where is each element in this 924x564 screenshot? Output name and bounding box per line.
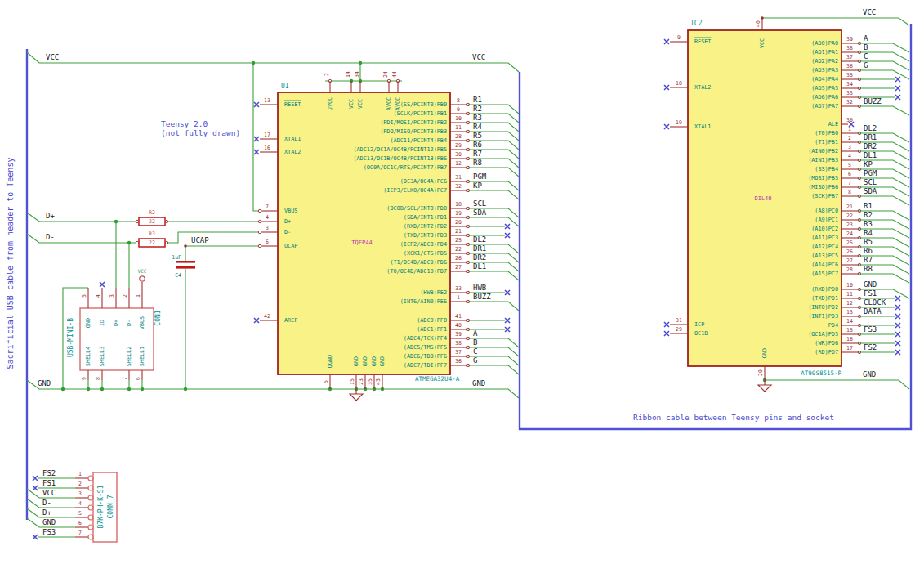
net-label[interactable]: GND <box>863 371 876 378</box>
net-label[interactable]: A <box>864 35 868 43</box>
pin-name: (INT0)PD2 <box>808 305 838 311</box>
net-label[interactable]: C <box>473 348 477 356</box>
net-label[interactable]: R8 <box>864 266 873 273</box>
net-label[interactable]: DL2 <box>864 125 877 132</box>
net-label[interactable]: R4 <box>864 230 873 237</box>
net-label[interactable]: DATA <box>864 308 882 316</box>
junction-dot <box>127 241 131 244</box>
net-label[interactable]: G <box>473 357 477 365</box>
net-label[interactable]: R5 <box>864 239 873 246</box>
wire <box>27 234 139 243</box>
pin-number: 35 <box>368 378 373 385</box>
net-label[interactable]: D- <box>42 499 51 507</box>
net-label[interactable]: CLOCK <box>864 299 886 307</box>
net-label[interactable]: D- <box>46 234 55 241</box>
pin-name: (AD5)PA5 <box>811 86 838 92</box>
note-teensy-line1: Teensy 2.0 <box>161 120 208 128</box>
net-label[interactable]: FS3 <box>42 529 56 536</box>
component-ref[interactable]: IC2 <box>690 20 702 27</box>
net-label[interactable]: D+ <box>42 509 51 517</box>
pin-number: 6 <box>136 377 141 380</box>
pin-number: 12 <box>455 161 462 167</box>
component-value: 22 <box>149 219 155 225</box>
net-label[interactable]: BUZZ <box>864 98 882 105</box>
net-label[interactable]: DL1 <box>864 152 877 159</box>
pin-name: (SDA/INT1)PD1 <box>404 215 447 221</box>
net-label[interactable]: SCL <box>864 179 877 186</box>
net-label[interactable]: FS2 <box>42 470 56 477</box>
net-label[interactable]: FS2 <box>864 344 877 351</box>
net-label[interactable]: HWB <box>473 284 486 292</box>
pin-number: 27 <box>455 265 462 271</box>
net-label[interactable]: R5 <box>473 132 482 140</box>
net-label[interactable]: GND <box>864 281 877 289</box>
net-label[interactable]: GND <box>42 519 56 526</box>
net-label[interactable]: FS3 <box>864 326 877 333</box>
component-ref[interactable]: CONN_7 <box>108 495 114 519</box>
pin-name: (T1)PB1 <box>815 140 838 145</box>
net-label[interactable]: R4 <box>473 123 482 131</box>
component-ref[interactable]: U1 <box>281 83 289 90</box>
net-label[interactable]: FS1 <box>864 290 877 298</box>
pin-number: 43 <box>376 378 382 385</box>
net-label[interactable]: UCAP <box>191 237 209 244</box>
pin-end <box>184 244 187 248</box>
pin-number: 2 <box>848 136 851 141</box>
net-label[interactable]: G <box>864 62 868 69</box>
pin-number: 29 <box>676 327 682 333</box>
net-label[interactable]: KP <box>473 182 482 190</box>
net-label[interactable]: VCC <box>472 54 485 61</box>
net-label[interactable]: DR2 <box>473 254 486 262</box>
net-label[interactable]: D+ <box>46 213 55 220</box>
net-label[interactable]: PGM <box>864 170 877 177</box>
net-label[interactable]: SDA <box>473 209 486 217</box>
capacitor-c4[interactable] <box>176 266 195 269</box>
net-label[interactable]: BUZZ <box>473 293 491 301</box>
wire <box>859 70 909 79</box>
net-label[interactable]: R2 <box>864 212 873 219</box>
net-label[interactable]: A <box>473 330 477 338</box>
net-label[interactable]: SDA <box>864 188 877 195</box>
net-label[interactable]: DL1 <box>473 263 486 271</box>
net-label[interactable]: FS1 <box>42 480 56 487</box>
net-label[interactable]: VCC <box>42 490 56 497</box>
capacitor-c4[interactable] <box>176 261 195 263</box>
net-label[interactable]: KP <box>864 161 873 168</box>
net-label[interactable]: VCC <box>863 9 876 16</box>
component-ref[interactable]: CON1 <box>155 310 162 325</box>
pin-number: 24 <box>846 231 853 237</box>
net-label[interactable]: R1 <box>473 96 482 104</box>
net-label[interactable]: R6 <box>473 141 482 149</box>
no-connect-icon <box>254 318 259 323</box>
net-label[interactable]: R1 <box>864 203 873 210</box>
net-label[interactable]: B <box>864 44 868 51</box>
net-label[interactable]: C <box>864 53 868 60</box>
net-label[interactable]: SCL <box>473 200 486 208</box>
net-label[interactable]: DR2 <box>864 143 877 150</box>
net-label[interactable]: B <box>473 339 477 347</box>
net-label[interactable]: R3 <box>864 221 873 228</box>
net-label[interactable]: PGM <box>473 173 486 181</box>
net-label[interactable]: GND <box>38 380 51 387</box>
vcc-power-icon[interactable] <box>140 276 145 281</box>
net-label[interactable]: R7 <box>473 150 482 158</box>
pin-number: 24 <box>383 71 389 78</box>
pin-name: (ADC13/OC1B/OC4B/PCINT13)PB6 <box>353 156 447 162</box>
net-label[interactable]: R2 <box>473 105 482 113</box>
net-label[interactable]: VCC <box>46 54 59 61</box>
net-label[interactable]: DR1 <box>473 245 486 253</box>
pin-number: 19 <box>455 211 462 217</box>
pin-name: (AIN1)PB3 <box>808 158 838 163</box>
net-label[interactable]: R8 <box>473 159 482 167</box>
pin-number: 9 <box>457 107 460 113</box>
net-label[interactable]: DL2 <box>473 236 486 244</box>
net-label[interactable]: GND <box>472 380 485 387</box>
net-label[interactable]: R7 <box>864 257 873 264</box>
net-label[interactable]: VCC <box>138 269 147 274</box>
net-label[interactable]: R6 <box>864 248 873 255</box>
pin-number: 33 <box>846 91 853 96</box>
no-connect-icon <box>505 233 510 238</box>
pin-name: (AD1)PA1 <box>811 50 838 56</box>
net-label[interactable]: R3 <box>473 114 482 122</box>
net-label[interactable]: DR1 <box>864 134 877 141</box>
